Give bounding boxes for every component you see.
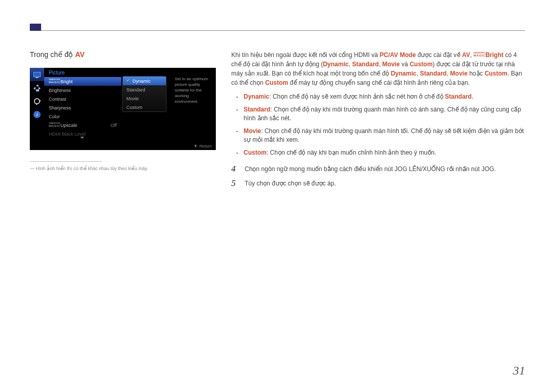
osd-sub-label: Dynamic: [133, 79, 151, 84]
section-title-prefix: Trong chế độ: [30, 50, 75, 59]
osd-size-icon: [30, 81, 44, 95]
osd-item-label: Bright: [61, 79, 73, 84]
osd-item-label: Upscale: [61, 123, 78, 128]
osd-info-icon: i: [30, 108, 44, 121]
intro-paragraph: Khi tín hiệu bên ngoài được kết nối với …: [231, 50, 525, 87]
osd-item-label: Brightness: [49, 88, 71, 93]
osd-item-magic-bright: MAGICBright: [44, 77, 121, 86]
content-area: Trong chế độ AV i Picture MAGICBright Br…: [30, 50, 525, 193]
monitor-icon: [33, 72, 41, 77]
osd-submenu: Dynamic Standard Movie Custom: [122, 76, 166, 112]
osd-sub-custom: Custom: [123, 103, 166, 111]
header-accent-block: [30, 24, 41, 31]
osd-sub-standard: Standard: [123, 85, 166, 94]
osd-sub-label: Movie: [126, 96, 139, 101]
osd-sub-label: Standard: [126, 87, 145, 92]
samsung-magic-logo: MAGIC: [49, 79, 61, 84]
osd-sub-movie: Movie: [123, 94, 166, 103]
page-number: 31: [513, 364, 525, 378]
samsung-magic-logo: MAGIC: [473, 52, 485, 57]
scroll-down-icon: [80, 137, 84, 139]
osd-sidebar: i: [30, 68, 44, 141]
section-title: Trong chế độ AV: [30, 50, 216, 59]
osd-item-label: HDMI Black Level: [49, 132, 86, 137]
step-text: Chọn ngôn ngữ mong muốn bằng cách điều k…: [245, 164, 525, 174]
osd-info-panel: Set to an optimum picture quality suitab…: [171, 76, 216, 104]
osd-item-label: Sharpness: [49, 105, 71, 110]
step-5: 5 Tùy chọn được chọn sẽ được áp.: [231, 179, 525, 188]
step-4: 4 Chọn ngôn ngữ mong muốn bằng cách điều…: [231, 164, 525, 174]
osd-return-label: Return: [199, 144, 212, 148]
left-column: Trong chế độ AV i Picture MAGICBright Br…: [30, 50, 216, 193]
osd-picture-icon: [30, 68, 44, 81]
note-divider: [30, 161, 102, 162]
info-icon: i: [33, 111, 41, 118]
osd-item-sharpness: Sharpness: [44, 103, 121, 112]
osd-sub-dynamic: Dynamic: [123, 77, 166, 85]
samsung-magic-logo: MAGIC: [49, 122, 61, 127]
right-column: Khi tín hiệu bên ngoài được kết nối với …: [231, 50, 525, 193]
note-text: ― Hình ảnh hiển thị có thể khác nhau tùy…: [30, 166, 216, 171]
section-title-mode: AV: [75, 50, 84, 59]
bullet-standard: Standard: Chọn chế độ này khi môi trường…: [236, 105, 525, 123]
numbered-steps: 4 Chọn ngôn ngữ mong muốn bằng cách điều…: [231, 164, 525, 188]
hl-av: AV: [462, 51, 470, 59]
bullet-dynamic: Dynamic: Chọn chế độ này sẽ xem được hìn…: [236, 92, 525, 101]
osd-sub-label: Custom: [126, 105, 142, 110]
osd-item-contrast: Contrast: [44, 95, 121, 103]
osd-footer: Return: [30, 142, 216, 150]
back-arrow-icon: [194, 144, 196, 147]
header-rule: [41, 30, 525, 31]
arrows-icon: [33, 84, 41, 91]
osd-item-label: Contrast: [49, 97, 66, 102]
osd-item-color: Color: [44, 112, 121, 121]
hl-pcav-mode: PC/AV Mode: [380, 51, 416, 59]
check-icon: [126, 79, 131, 83]
osd-item-magic-upscale: MAGICUpscaleOff: [44, 121, 121, 129]
osd-item-value: Off: [110, 123, 117, 128]
osd-screenshot: i Picture MAGICBright Brightness Contras…: [30, 68, 216, 150]
hl-bright: Bright: [485, 51, 503, 59]
bullet-custom: Custom: Chọn chế độ này khi bạn muốn chỉ…: [236, 148, 525, 157]
header-bar: [30, 24, 525, 31]
step-number: 5: [231, 179, 238, 188]
osd-item-brightness: Brightness: [44, 86, 121, 95]
osd-item-label: Color: [49, 114, 60, 119]
bullet-movie: Movie: Chọn chế độ này khi môi trường qu…: [236, 127, 525, 144]
osd-menu-title: Picture: [44, 68, 121, 77]
gear-icon: [34, 98, 40, 104]
step-number: 4: [231, 164, 238, 174]
osd-main-menu: Picture MAGICBright Brightness Contrast …: [44, 68, 121, 138]
mode-bullets: Dynamic: Chọn chế độ này sẽ xem được hìn…: [236, 92, 525, 157]
osd-settings-icon: [30, 95, 44, 108]
step-text: Tùy chọn được chọn sẽ được áp.: [245, 179, 525, 188]
